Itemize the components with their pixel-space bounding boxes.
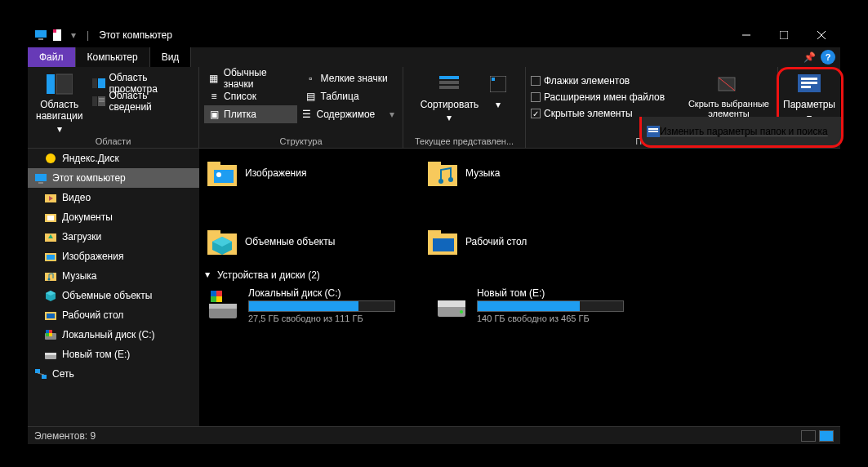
content-area: ИзображенияМузыкаОбъемные объектыРабочий…	[199, 149, 840, 428]
layout-content[interactable]: ☰Содержимое	[297, 105, 390, 123]
sort-button[interactable]: Сортировать ▾	[417, 69, 483, 125]
chevron-down-icon: ▾	[447, 112, 452, 123]
folder-tile[interactable]: Рабочий стол	[426, 224, 614, 260]
hide-selected-button[interactable]: Скрыть выбранные элементы	[685, 69, 772, 120]
sidebar-item[interactable]: Локальный диск (C:)	[28, 325, 199, 345]
svg-point-80	[460, 310, 463, 314]
svg-point-30	[46, 153, 56, 163]
qat-dropdown-icon[interactable]: ▾	[67, 29, 80, 42]
svg-rect-1	[38, 38, 43, 40]
sidebar-item[interactable]: Сеть	[28, 364, 199, 384]
svg-rect-76	[211, 296, 216, 302]
svg-rect-20	[492, 78, 495, 81]
svg-rect-47	[45, 333, 56, 340]
svg-rect-45	[45, 312, 56, 320]
group-header-drives[interactable]: ▸ Устройства и диски (2)	[206, 269, 834, 281]
drive-icon	[44, 348, 57, 361]
titlebar: ▾ | Этот компьютер	[28, 23, 840, 47]
sidebar-item[interactable]: Загрузки	[28, 227, 199, 247]
sidebar-item[interactable]: Этот компьютер	[28, 168, 199, 188]
group-label-current: Текущее представлен...	[408, 136, 520, 148]
sidebar-item[interactable]: Объемные объекты	[28, 286, 199, 305]
view-tiles-icon[interactable]	[819, 430, 834, 442]
svg-rect-48	[46, 330, 49, 333]
desktop-icon	[44, 309, 57, 322]
sidebar-item[interactable]: Документы	[28, 207, 199, 227]
music-icon	[44, 269, 57, 282]
svg-marker-43	[46, 291, 56, 301]
sidebar-item[interactable]: Новый том (E:)	[28, 345, 199, 364]
layout-more-icon[interactable]: ▾	[389, 109, 394, 120]
svg-rect-17	[439, 81, 459, 84]
folder-tile[interactable]: Изображения	[206, 155, 394, 191]
minimize-button[interactable]	[728, 23, 765, 47]
svg-rect-39	[45, 253, 56, 261]
desktop-icon	[426, 225, 459, 258]
music-icon	[426, 157, 459, 189]
svg-rect-2	[53, 29, 61, 41]
svg-rect-65	[207, 234, 237, 255]
group-label-areas: Области	[33, 136, 194, 148]
svg-rect-32	[38, 182, 43, 184]
folder-tile[interactable]: Музыка	[426, 155, 614, 191]
options-dropdown-item[interactable]: Изменить параметры папок и поиска	[660, 126, 828, 137]
view-details-icon[interactable]	[801, 430, 816, 442]
sidebar-item[interactable]: Изображения	[28, 247, 199, 266]
svg-rect-71	[433, 238, 454, 251]
drive-tile[interactable]: Новый том (E:)140 ГБ свободно из 465 ГБ	[434, 287, 630, 323]
folder-tile[interactable]: Объемные объекты	[206, 224, 394, 260]
svg-rect-55	[42, 375, 47, 379]
svg-rect-37	[45, 234, 56, 242]
svg-rect-75	[216, 291, 222, 296]
columns-button[interactable]: ▾	[485, 69, 511, 112]
drive-icon	[434, 287, 469, 322]
downloads-icon	[44, 230, 57, 243]
statusbar: Элементов: 9	[28, 426, 840, 444]
item-count: Элементов: 9	[34, 430, 96, 442]
checkbox-item-flags[interactable]: Флажки элементов	[531, 73, 665, 89]
svg-rect-35	[45, 214, 56, 222]
docs-icon	[44, 211, 57, 224]
layout-small-icons[interactable]: ▫Мелкие значки	[301, 69, 398, 87]
close-button[interactable]	[803, 23, 840, 47]
tab-view[interactable]: Вид	[150, 47, 192, 67]
svg-rect-27	[647, 126, 660, 137]
window-title: Этот компьютер	[99, 29, 172, 41]
nav-tree: Яндекс.ДискЭтот компьютерВидеоДокументыЗ…	[28, 149, 199, 428]
layout-tile[interactable]: ▣Плитка	[204, 105, 297, 123]
svg-point-64	[448, 177, 453, 182]
svg-rect-57	[207, 165, 237, 186]
svg-rect-40	[47, 255, 55, 260]
nav-pane-button[interactable]: Область навигации ▾	[33, 69, 86, 136]
group-label-layout: Структура	[204, 136, 398, 148]
yadisk-icon	[44, 152, 57, 165]
svg-rect-25	[801, 82, 817, 84]
pin-icon[interactable]: 📌	[803, 51, 816, 63]
svg-line-7	[817, 31, 826, 39]
sidebar-item[interactable]: Видео	[28, 188, 199, 207]
tab-file[interactable]: Файл	[28, 47, 76, 67]
pictures-icon	[206, 157, 238, 189]
svg-rect-74	[211, 291, 216, 296]
checkbox-file-ext[interactable]: Расширения имен файлов	[531, 89, 665, 105]
svg-rect-11	[98, 78, 105, 88]
svg-rect-53	[45, 353, 56, 355]
tab-computer[interactable]: Компьютер	[76, 47, 150, 67]
details-pane-button[interactable]: Область сведений	[89, 92, 194, 110]
drive-tile[interactable]: Локальный диск (C:)27,5 ГБ свободно из 1…	[206, 287, 402, 323]
svg-rect-58	[207, 162, 220, 168]
maximize-button[interactable]	[765, 23, 803, 47]
sidebar-item[interactable]: Яндекс.Диск	[28, 149, 199, 168]
svg-rect-50	[46, 333, 49, 336]
layout-list[interactable]: ≡Список	[204, 87, 301, 105]
network-icon	[34, 367, 47, 380]
layout-table[interactable]: ▤Таблица	[301, 87, 398, 105]
svg-rect-21	[719, 78, 735, 91]
sidebar-item[interactable]: Музыка	[28, 266, 199, 286]
svg-point-42	[48, 278, 51, 281]
svg-rect-41	[45, 273, 56, 281]
layout-large-icons[interactable]: ▦Обычные значки	[204, 69, 301, 87]
sidebar-item[interactable]: Рабочий стол	[28, 305, 199, 325]
help-icon[interactable]: ?	[821, 50, 835, 64]
svg-rect-70	[428, 230, 441, 237]
